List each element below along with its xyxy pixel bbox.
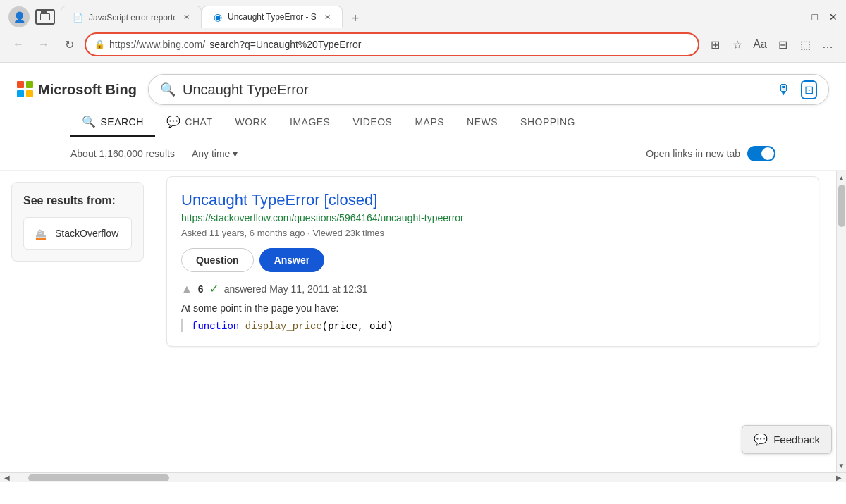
title-bar: 👤 📄 JavaScript error reported in the ✕ ◉… [0, 0, 846, 28]
nav-tab-maps[interactable]: MAPS [403, 109, 455, 137]
answer-meta: ▲ 6 ✓ answered May 11, 2011 at 12:31 [181, 282, 804, 295]
address-query: search?q=Uncaught%20TypeError [209, 39, 361, 50]
title-bar-left: 👤 [8, 6, 55, 27]
nav-tab-videos-label: VIDEOS [352, 116, 392, 128]
open-links-wrap: Open links in new tab [646, 146, 776, 161]
svg-rect-1 [36, 238, 46, 240]
scrollbar-thumb[interactable] [838, 185, 845, 227]
reader-icon[interactable]: Aa [750, 35, 770, 54]
nav-tab-shopping[interactable]: SHOPPING [509, 109, 587, 137]
search-tab-icon: 🔍 [82, 115, 97, 128]
code-line: function display_price(price, oid) [192, 321, 393, 332]
tab2-favicon: ◉ [214, 11, 222, 23]
answered-label: answered May 11, 2011 at 12:31 [224, 283, 368, 295]
code-params: (price, oid) [322, 321, 393, 332]
tab-1[interactable]: 📄 JavaScript error reported in the ✕ [61, 6, 202, 28]
toggle-knob [761, 147, 774, 160]
result-url-1[interactable]: https://stackoverflow.com/questions/5964… [181, 212, 804, 223]
camera-search-icon[interactable]: ⊡ [801, 80, 817, 99]
see-results-box: See results from: Sta [11, 182, 144, 262]
tab-2[interactable]: ◉ Uncaught TypeError - Search ✕ [202, 6, 343, 28]
scroll-left-arrow[interactable]: ◀ [0, 473, 14, 483]
scroll-up-arrow[interactable]: ▲ [837, 171, 847, 185]
extensions-icon[interactable]: ⬚ [795, 35, 815, 54]
tab1-label: JavaScript error reported in the [89, 13, 175, 23]
search-query-text: Uncaught TypeError [183, 82, 764, 98]
more-menu-icon[interactable]: … [818, 35, 838, 54]
time-filter-button[interactable]: Any time ▾ [192, 148, 238, 159]
new-tab-button[interactable]: + [345, 8, 365, 28]
left-sidebar: See results from: Sta [0, 171, 155, 472]
nav-tab-videos[interactable]: VIDEOS [341, 109, 403, 137]
bottom-scrollbar-thumb[interactable] [28, 474, 169, 481]
feedback-icon: 💬 [754, 433, 768, 446]
code-block: function display_price(price, oid) [181, 319, 804, 332]
scroll-down-arrow[interactable]: ▼ [837, 458, 847, 472]
favorites-icon[interactable]: ☆ [728, 35, 747, 54]
code-funcname: display_price [245, 321, 322, 332]
tabs-container: 📄 JavaScript error reported in the ✕ ◉ U… [61, 6, 791, 28]
vote-count: 6 [198, 283, 204, 295]
chat-tab-icon: 💬 [166, 115, 181, 128]
right-scrollbar: ▲ ▼ [836, 171, 846, 472]
answer-tab[interactable]: Answer [259, 248, 325, 272]
open-links-label: Open links in new tab [646, 148, 740, 159]
tab2-label: Uncaught TypeError - Search [228, 12, 316, 22]
svg-rect-0 [36, 235, 46, 238]
logo-sq-green [26, 81, 33, 88]
refresh-button[interactable]: ↻ [59, 35, 79, 54]
nav-tab-news[interactable]: NEWS [455, 109, 509, 137]
bing-logo-squares [17, 81, 34, 98]
scrollbar-track [837, 185, 846, 458]
tab1-close[interactable]: ✕ [183, 13, 190, 22]
nav-tab-chat[interactable]: 💬 CHAT [155, 108, 224, 137]
address-bar[interactable]: 🔒 https://www.bing.com/search?q=Uncaught… [85, 32, 699, 56]
stackoverflow-source[interactable]: StackOverflow [23, 217, 132, 250]
bing-header: Microsoft Bing 🔍 Uncaught TypeError 🎙 ⊡ [0, 63, 846, 105]
tab1-favicon: 📄 [73, 13, 83, 23]
address-base: https://www.bing.com/ [109, 39, 205, 50]
code-keyword: function [192, 321, 239, 332]
logo-sq-blue [17, 90, 24, 97]
toolbar-icons: ⊞ ☆ Aa ⊟ ⬚ … [705, 35, 838, 54]
bing-logo: Microsoft Bing [17, 81, 137, 98]
nav-tab-search[interactable]: 🔍 SEARCH [70, 108, 155, 137]
open-links-toggle[interactable] [747, 146, 776, 161]
nav-tab-work[interactable]: WORK [223, 109, 278, 137]
scroll-right-arrow[interactable]: ▶ [832, 473, 846, 483]
minimize-button[interactable]: — [791, 11, 801, 23]
accepted-check-icon: ✓ [209, 282, 219, 295]
window-controls: — □ ✕ [791, 11, 838, 23]
close-button[interactable]: ✕ [829, 11, 838, 23]
result-title-1[interactable]: Uncaught TypeError [closed] [181, 191, 804, 209]
collections-icon[interactable]: ⊟ [773, 35, 792, 54]
nav-tab-work-label: WORK [235, 116, 267, 128]
nav-tab-images[interactable]: IMAGES [278, 109, 341, 137]
mic-icon[interactable]: 🎙 [777, 82, 791, 98]
question-tab[interactable]: Question [181, 248, 254, 272]
search-bar[interactable]: 🔍 Uncaught TypeError 🎙 ⊡ [148, 74, 829, 105]
split-screen-icon[interactable]: ⊞ [705, 35, 725, 54]
maximize-button[interactable]: □ [812, 11, 818, 23]
feedback-button[interactable]: 💬 Feedback [742, 425, 832, 454]
nav-tab-news-label: NEWS [467, 116, 498, 128]
nav-tab-maps-label: MAPS [415, 116, 444, 128]
tab2-close[interactable]: ✕ [324, 13, 331, 22]
answer-description: At some point in the page you have: [181, 302, 804, 314]
result-card-1: Uncaught TypeError [closed] https://stac… [166, 176, 819, 347]
browser-chrome: 👤 📄 JavaScript error reported in the ✕ ◉… [0, 0, 846, 63]
page-content: Microsoft Bing 🔍 Uncaught TypeError 🎙 ⊡ … [0, 63, 846, 482]
bottom-scrollbar-track [14, 473, 832, 483]
logo-sq-red [17, 81, 24, 88]
time-filter-label: Any time [192, 148, 230, 159]
main-content: See results from: Sta [0, 171, 846, 472]
bing-logo-text: Microsoft Bing [38, 82, 137, 98]
profile-icon[interactable]: 👤 [8, 6, 30, 27]
nav-tab-search-label: SEARCH [101, 116, 144, 128]
search-results: Uncaught TypeError [closed] https://stac… [155, 171, 836, 472]
back-button[interactable]: ← [8, 35, 28, 54]
feedback-label: Feedback [773, 434, 820, 445]
time-filter-chevron: ▾ [233, 148, 238, 159]
see-results-title: See results from: [23, 194, 132, 209]
forward-button[interactable]: → [34, 35, 54, 54]
